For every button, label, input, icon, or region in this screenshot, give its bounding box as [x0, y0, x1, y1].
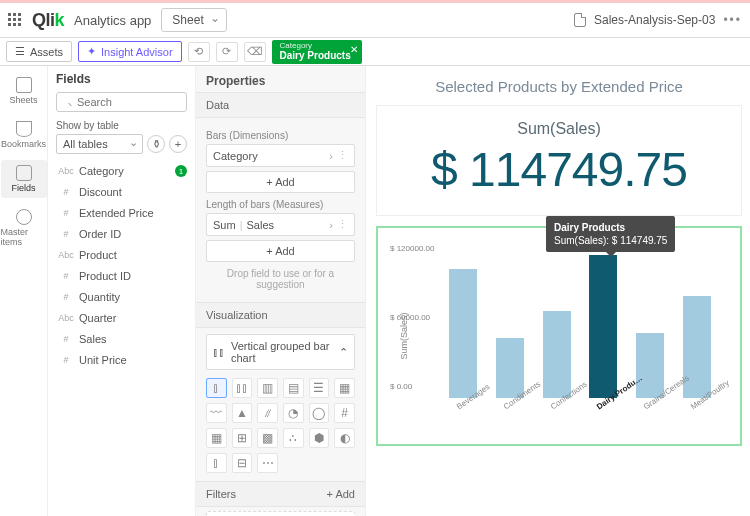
bar[interactable] — [496, 338, 524, 398]
viz-box-icon[interactable]: ⊟ — [232, 453, 253, 473]
viz-type-grid: ⫿ ⫿⫿ ▥ ▤ ☰ ▦ 〰 ▲ ⫽ ◔ ◯ # ▦ ⊞ ▩ ∴ ⬢ ◐ ⫿ ⊟… — [196, 374, 365, 481]
brand-logo: Qlik — [32, 10, 64, 31]
page-title: Selected Products by Extended Price — [376, 72, 742, 105]
chart-tooltip: Dairy ProductsSum(Sales): $ 114749.75 — [546, 216, 675, 252]
properties-title: Properties — [196, 66, 365, 92]
measure-pill[interactable]: Sum|Sales›⋮ — [206, 213, 355, 236]
bar[interactable] — [449, 269, 477, 398]
bar[interactable] — [543, 311, 571, 399]
viz-bar-icon[interactable]: ⫿ — [206, 378, 227, 398]
field-item[interactable]: #Quantity — [56, 288, 187, 306]
sheets-icon — [16, 77, 32, 93]
field-item[interactable]: AbcCategory1 — [56, 162, 187, 180]
toolbar: ☰Assets ✦Insight Advisor ⟲ ⟳ ⌫ Category … — [0, 38, 750, 66]
field-item[interactable]: #Unit Price — [56, 351, 187, 369]
app-name: Analytics app — [74, 13, 151, 28]
bar-chart[interactable]: Dairy ProductsSum(Sales): $ 114749.75 Su… — [376, 226, 742, 446]
viz-map-icon[interactable]: ⬢ — [309, 428, 330, 448]
fields-panel: Fields Show by table All tables ⚱ + AbcC… — [48, 66, 196, 516]
bar[interactable] — [636, 333, 664, 398]
rail-fields[interactable]: Fields — [1, 160, 47, 198]
link-icon — [16, 209, 32, 225]
kpi-value: $ 114749.75 — [387, 142, 731, 197]
viz-pivot-icon[interactable]: ⊞ — [232, 428, 253, 448]
viz-pie-icon[interactable]: ◔ — [283, 403, 304, 423]
close-icon[interactable]: ✕ — [350, 44, 358, 55]
add-filter-button[interactable]: + Add — [327, 488, 355, 500]
y-tick: $ 0.00 — [390, 382, 412, 391]
viz-more-icon[interactable]: ⋯ — [257, 453, 278, 473]
measures-label: Length of bars (Measures) — [206, 199, 355, 210]
show-by-label: Show by table — [56, 120, 187, 131]
dimension-pill[interactable]: Category›⋮ — [206, 144, 355, 167]
field-item[interactable]: AbcQuarter — [56, 309, 187, 327]
viz-table-icon[interactable]: ▦ — [206, 428, 227, 448]
dimensions-label: Bars (Dimensions) — [206, 130, 355, 141]
add-measure-button[interactable]: + Add — [206, 240, 355, 262]
viz-combo-icon[interactable]: ⫽ — [257, 403, 278, 423]
viz-hgrouped-icon[interactable]: ☰ — [309, 378, 330, 398]
viz-scatter-icon[interactable]: ∴ — [283, 428, 304, 448]
y-tick: $ 60000.00 — [390, 313, 430, 322]
filter-icon[interactable]: ⚱ — [147, 135, 165, 153]
rail-bookmarks[interactable]: Bookmarks — [1, 116, 47, 154]
clear-selection-icon[interactable]: ⌫ — [244, 42, 266, 62]
fields-title: Fields — [56, 72, 187, 86]
viz-kpi-icon[interactable]: # — [334, 403, 355, 423]
left-rail: Sheets Bookmarks Fields Master items — [0, 66, 48, 516]
assets-button[interactable]: ☰Assets — [6, 41, 72, 62]
kpi-label: Sum(Sales) — [387, 120, 731, 138]
filter-dropzone[interactable]: Drop field to filter visualization — [206, 511, 355, 516]
kpi-card[interactable]: Sum(Sales) $ 114749.75 — [376, 105, 742, 216]
selection-back-icon[interactable]: ⟲ — [188, 42, 210, 62]
selection-chip[interactable]: Category Dairy Products ✕ — [272, 40, 362, 64]
top-bar: Qlik Analytics app Sheet Sales-Analysis-… — [0, 0, 750, 38]
document-name[interactable]: Sales-Analysis-Sep-03 — [594, 13, 715, 27]
viz-grouped-bar-icon[interactable]: ⫿⫿ — [232, 378, 253, 398]
filters-section[interactable]: Filters+ Add — [196, 481, 365, 507]
viz-hstacked-icon[interactable]: ▦ — [334, 378, 355, 398]
sheet-dropdown[interactable]: Sheet — [161, 8, 226, 32]
bar[interactable] — [589, 255, 617, 398]
fields-icon — [16, 165, 32, 181]
viz-treemap-icon[interactable]: ▩ — [257, 428, 278, 448]
app-switcher-icon[interactable] — [8, 13, 22, 27]
search-input[interactable] — [56, 92, 187, 112]
viz-line-icon[interactable]: 〰 — [206, 403, 227, 423]
properties-panel: Properties Data Bars (Dimensions) Catego… — [196, 66, 366, 516]
insight-advisor-button[interactable]: ✦Insight Advisor — [78, 41, 182, 62]
add-icon[interactable]: + — [169, 135, 187, 153]
drop-hint: Drop field to use or for a suggestion — [206, 262, 355, 296]
viz-gauge-icon[interactable]: ◐ — [334, 428, 355, 448]
rail-master-items[interactable]: Master items — [1, 204, 47, 252]
more-menu-icon[interactable]: ••• — [723, 13, 742, 27]
visualization-section[interactable]: Visualization — [196, 302, 365, 328]
field-item[interactable]: #Discount — [56, 183, 187, 201]
viz-histogram-icon[interactable]: ⫿ — [206, 453, 227, 473]
field-item[interactable]: AbcProduct — [56, 246, 187, 264]
viz-hbar-icon[interactable]: ▤ — [283, 378, 304, 398]
y-tick: $ 120000.00 — [390, 244, 435, 253]
tables-dropdown[interactable]: All tables — [56, 134, 143, 154]
rail-sheets[interactable]: Sheets — [1, 72, 47, 110]
viz-stacked-bar-icon[interactable]: ▥ — [257, 378, 278, 398]
bookmark-icon — [16, 121, 32, 137]
field-item[interactable]: #Sales — [56, 330, 187, 348]
add-dimension-button[interactable]: + Add — [206, 171, 355, 193]
selection-forward-icon[interactable]: ⟳ — [216, 42, 238, 62]
document-icon — [574, 13, 586, 27]
field-item[interactable]: #Order ID — [56, 225, 187, 243]
field-item[interactable]: #Extended Price — [56, 204, 187, 222]
field-item[interactable]: #Product ID — [56, 267, 187, 285]
viz-type-dropdown[interactable]: ⫿⫿Vertical grouped bar chart⌃ — [206, 334, 355, 370]
viz-donut-icon[interactable]: ◯ — [309, 403, 330, 423]
viz-area-icon[interactable]: ▲ — [232, 403, 253, 423]
data-section[interactable]: Data — [196, 92, 365, 118]
canvas: Selected Products by Extended Price Sum(… — [366, 66, 750, 516]
